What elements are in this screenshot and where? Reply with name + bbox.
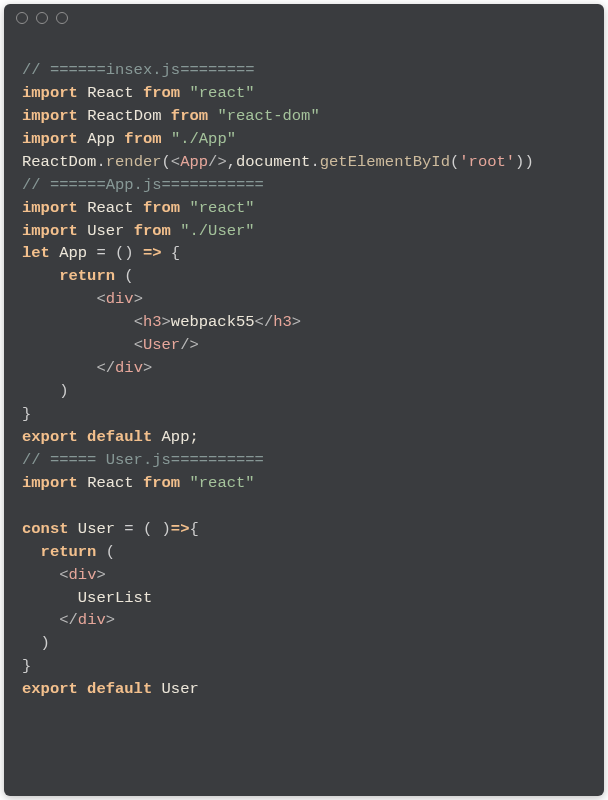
kw: from (171, 107, 208, 125)
kw: from (143, 199, 180, 217)
text: webpack55 (171, 313, 255, 331)
comment: // ======insex.js======== (22, 61, 255, 79)
ang: > (162, 313, 171, 331)
ang: > (292, 313, 301, 331)
str: "react" (189, 474, 254, 492)
arrow: => (143, 244, 162, 262)
tag: h3 (273, 313, 292, 331)
ang: < (134, 313, 143, 331)
kw: import (22, 199, 78, 217)
id: User (78, 520, 115, 538)
ang: > (143, 359, 152, 377)
kw: from (143, 84, 180, 102)
ang: /> (208, 153, 227, 171)
pn: } (22, 405, 31, 423)
kw: let (22, 244, 50, 262)
pn: ) (515, 153, 524, 171)
pn: , (227, 153, 236, 171)
pn: ) (59, 382, 68, 400)
tag: div (78, 611, 106, 629)
str: 'root' (459, 153, 515, 171)
id: ReactDom (87, 107, 161, 125)
str: "./User" (180, 222, 254, 240)
code-block: // ======insex.js======== import React f… (4, 32, 604, 719)
pn: . (96, 153, 105, 171)
fn: getElementById (320, 153, 450, 171)
text: UserList (78, 589, 152, 607)
tag: div (69, 566, 97, 584)
comment: // ===== User.js========== (22, 451, 264, 469)
pn: ) (41, 634, 50, 652)
pn: = () (87, 244, 143, 262)
pn: = ( ) (115, 520, 171, 538)
str: "./App" (171, 130, 236, 148)
minimize-icon[interactable] (36, 12, 48, 24)
tag: div (106, 290, 134, 308)
pn: { (162, 244, 181, 262)
ang: </ (96, 359, 115, 377)
str: "react-dom" (217, 107, 319, 125)
ang: </ (59, 611, 78, 629)
ang: > (134, 290, 143, 308)
pn: ( (115, 267, 134, 285)
id: ReactDom (22, 153, 96, 171)
kw: from (134, 222, 171, 240)
kw: import (22, 84, 78, 102)
pn: ( (96, 543, 115, 561)
kw: import (22, 130, 78, 148)
ang: < (59, 566, 68, 584)
titlebar (4, 4, 604, 32)
pn: ( (450, 153, 459, 171)
ang: < (134, 336, 143, 354)
ang: < (96, 290, 105, 308)
ang: </ (255, 313, 274, 331)
id: React (87, 84, 134, 102)
kw: export default (22, 680, 152, 698)
kw: const (22, 520, 69, 538)
id: document (236, 153, 310, 171)
str: "react" (189, 84, 254, 102)
code-window: // ======insex.js======== import React f… (4, 4, 604, 796)
comment: // ======App.js=========== (22, 176, 264, 194)
arrow: => (171, 520, 190, 538)
pn: ( (162, 153, 171, 171)
close-icon[interactable] (16, 12, 28, 24)
pn: } (22, 657, 31, 675)
ang: /> (180, 336, 199, 354)
pn: { (189, 520, 198, 538)
tag: h3 (143, 313, 162, 331)
tag: App (180, 153, 208, 171)
id: User (152, 680, 199, 698)
id: App (87, 130, 115, 148)
ang: > (96, 566, 105, 584)
id: React (87, 474, 134, 492)
kw: import (22, 222, 78, 240)
kw: from (124, 130, 161, 148)
id: App; (152, 428, 199, 446)
ang: > (106, 611, 115, 629)
kw: return (59, 267, 115, 285)
pn: . (310, 153, 319, 171)
kw: import (22, 107, 78, 125)
str: "react" (189, 199, 254, 217)
kw: import (22, 474, 78, 492)
kw: export default (22, 428, 152, 446)
fn: render (106, 153, 162, 171)
kw: return (41, 543, 97, 561)
tag: div (115, 359, 143, 377)
tag: User (143, 336, 180, 354)
kw: from (143, 474, 180, 492)
id: React (87, 199, 134, 217)
id: App (59, 244, 87, 262)
id: User (87, 222, 124, 240)
ang: < (171, 153, 180, 171)
pn: ) (524, 153, 533, 171)
maximize-icon[interactable] (56, 12, 68, 24)
